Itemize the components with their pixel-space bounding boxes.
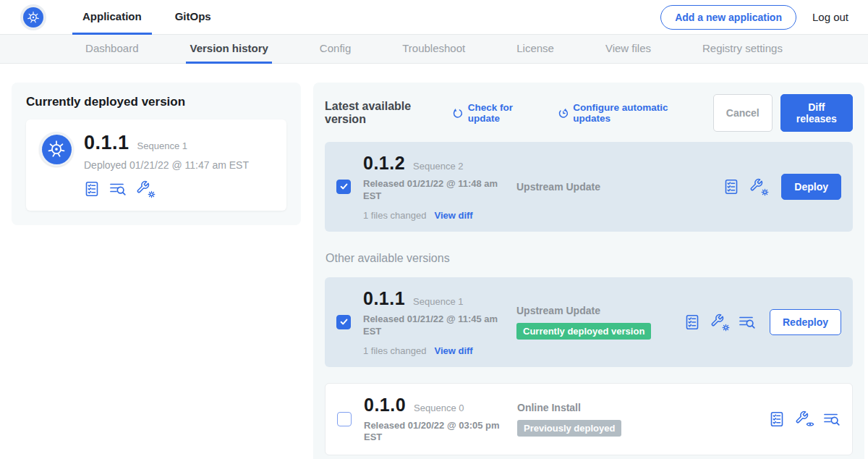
wrench-gear-icon[interactable] bbox=[749, 178, 767, 195]
version-source: Upstream Update bbox=[516, 181, 684, 193]
redeploy-button[interactable]: Redeploy bbox=[770, 309, 841, 335]
cancel-button[interactable]: Cancel bbox=[713, 94, 773, 132]
checklist-icon[interactable] bbox=[684, 314, 700, 330]
released-timestamp: Released 01/21/22 @ 11:45 am EST bbox=[363, 313, 501, 338]
released-timestamp: Released 01/20/22 @ 03:05 pm EST bbox=[364, 420, 501, 445]
checklist-icon[interactable] bbox=[723, 179, 739, 195]
latest-available-title: Latest available version bbox=[325, 100, 443, 126]
other-versions-title: Other available versions bbox=[326, 252, 853, 265]
version-number: 0.1.1 bbox=[363, 288, 405, 309]
clock-refresh-icon bbox=[558, 107, 569, 119]
wrench-gear-icon[interactable] bbox=[710, 313, 728, 331]
files-changed: 1 files changed bbox=[363, 210, 426, 221]
version-number: 0.1.0 bbox=[364, 395, 406, 416]
logout-link[interactable]: Log out bbox=[812, 11, 848, 23]
lines-magnifier-icon[interactable] bbox=[109, 181, 127, 197]
current-version-sequence: Sequence 1 bbox=[137, 140, 187, 151]
deployed-version-box: 0.1.1 Sequence 1 Deployed 01/21/22 @ 11:… bbox=[26, 119, 286, 211]
check-icon bbox=[339, 182, 349, 191]
wrench-gear-icon[interactable] bbox=[136, 180, 154, 198]
configure-auto-updates-link[interactable]: Configure automatic updates bbox=[558, 102, 696, 124]
current-version-number: 0.1.1 bbox=[84, 132, 129, 154]
wrench-eye-icon[interactable] bbox=[795, 410, 813, 428]
lines-magnifier-icon[interactable] bbox=[823, 411, 841, 427]
currently-deployed-badge: Currently deployed version bbox=[516, 323, 651, 340]
deploy-button[interactable]: Deploy bbox=[781, 174, 841, 200]
lines-magnifier-icon[interactable] bbox=[739, 314, 756, 330]
refresh-icon bbox=[452, 107, 463, 119]
files-changed: 1 files changed bbox=[363, 345, 426, 356]
configure-auto-updates-label: Configure automatic updates bbox=[573, 102, 696, 124]
kubernetes-logo bbox=[20, 4, 46, 30]
currently-deployed-card: Currently deployed version 0.1.1 Sequenc… bbox=[12, 83, 301, 225]
version-checkbox[interactable] bbox=[336, 180, 351, 194]
currently-deployed-title: Currently deployed version bbox=[26, 95, 286, 109]
version-row-0-1-0: 0.1.0 Sequence 0 Released 01/20/22 @ 03:… bbox=[325, 383, 853, 456]
previously-deployed-badge: Previously deployed bbox=[517, 420, 621, 437]
kubernetes-wheel-icon bbox=[23, 7, 43, 28]
tab-application[interactable]: Application bbox=[72, 0, 152, 35]
version-sequence: Sequence 1 bbox=[413, 296, 463, 307]
version-checkbox[interactable] bbox=[337, 412, 352, 426]
subnav-troubleshoot[interactable]: Troubleshoot bbox=[399, 35, 469, 64]
check-icon bbox=[339, 317, 349, 327]
version-row-0-1-1: 0.1.1 Sequence 1 Released 01/21/22 @ 11:… bbox=[325, 277, 853, 367]
version-source: Upstream Update bbox=[516, 305, 684, 316]
view-diff-link[interactable]: View diff bbox=[434, 345, 472, 356]
panel-header: Latest available version Check for updat… bbox=[325, 94, 853, 132]
version-sequence: Sequence 2 bbox=[413, 161, 463, 172]
released-timestamp: Released 01/21/22 @ 11:48 am EST bbox=[363, 178, 501, 203]
tab-application-label: Application bbox=[82, 10, 142, 22]
subnav-config[interactable]: Config bbox=[316, 35, 354, 64]
tab-gitops[interactable]: GitOps bbox=[165, 0, 221, 35]
subnav-view-files[interactable]: View files bbox=[602, 35, 655, 64]
version-checkbox[interactable] bbox=[336, 315, 351, 329]
add-application-button[interactable]: Add a new application bbox=[660, 5, 796, 30]
version-source: Online Install bbox=[517, 402, 685, 413]
check-for-update-label: Check for update bbox=[468, 102, 540, 124]
check-for-update-link[interactable]: Check for update bbox=[452, 102, 540, 124]
deployed-timestamp: Deployed 01/21/22 @ 11:47 am EST bbox=[84, 159, 249, 171]
subnav-dashboard[interactable]: Dashboard bbox=[82, 35, 142, 64]
top-nav: Application GitOps Add a new application… bbox=[0, 0, 868, 35]
tab-gitops-label: GitOps bbox=[175, 10, 211, 22]
checklist-icon[interactable] bbox=[769, 411, 785, 427]
app-sub-nav: Dashboard Version history Config Trouble… bbox=[0, 35, 868, 64]
view-diff-link[interactable]: View diff bbox=[434, 210, 472, 221]
main-content: Currently deployed version 0.1.1 Sequenc… bbox=[0, 64, 868, 459]
subnav-version-history[interactable]: Version history bbox=[186, 35, 271, 64]
checklist-icon[interactable] bbox=[84, 181, 100, 197]
subnav-registry-settings[interactable]: Registry settings bbox=[699, 35, 786, 64]
app-logo bbox=[39, 132, 74, 167]
version-sequence: Sequence 0 bbox=[414, 403, 464, 413]
version-history-panel: Latest available version Check for updat… bbox=[313, 83, 864, 459]
diff-releases-button[interactable]: Diff releases bbox=[780, 94, 853, 132]
version-row-0-1-2: 0.1.2 Sequence 2 Released 01/21/22 @ 11:… bbox=[325, 142, 853, 232]
version-number: 0.1.2 bbox=[363, 153, 405, 174]
kubernetes-wheel-icon bbox=[42, 135, 72, 164]
subnav-license[interactable]: License bbox=[513, 35, 558, 64]
